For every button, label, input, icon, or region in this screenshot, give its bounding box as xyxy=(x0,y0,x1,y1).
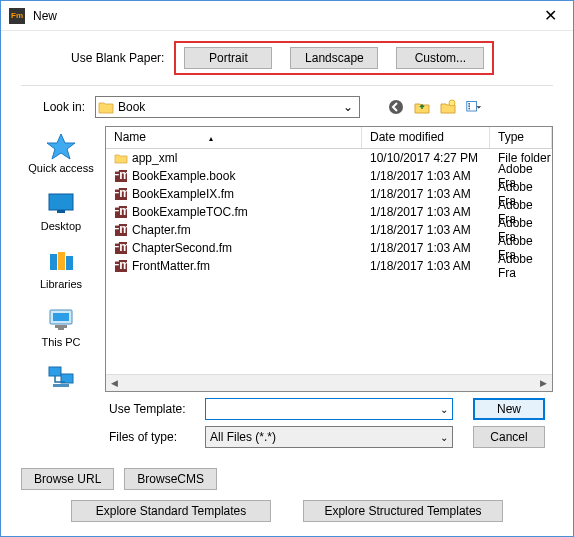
sidebar-item-network[interactable]: Network xyxy=(41,364,81,392)
file-date: 1/18/2017 1:03 AM xyxy=(362,259,490,273)
highlight-box: Portrait Landscape Custom... xyxy=(174,41,494,75)
fm-file-icon: Fm xyxy=(114,241,128,255)
svg-rect-15 xyxy=(49,367,61,376)
svg-rect-14 xyxy=(58,328,64,330)
desktop-icon xyxy=(45,190,77,218)
lookin-value: Book xyxy=(118,100,337,114)
portrait-button[interactable]: Portrait xyxy=(184,47,272,69)
new-folder-icon[interactable] xyxy=(438,97,458,117)
sidebar-item-label: This PC xyxy=(41,336,80,348)
svg-point-1 xyxy=(449,100,455,106)
sidebar-item-this-pc[interactable]: This PC xyxy=(41,306,80,348)
col-name[interactable]: Name ▴ xyxy=(106,127,362,148)
browse-url-button[interactable]: Browse URL xyxy=(21,468,114,490)
explore-standard-button[interactable]: Explore Standard Templates xyxy=(71,500,271,522)
fm-file-icon: Fm xyxy=(114,187,128,201)
file-name: ChapterSecond.fm xyxy=(132,241,232,255)
sidebar-item-label: Desktop xyxy=(41,220,81,232)
col-type[interactable]: Type xyxy=(490,127,552,148)
divider xyxy=(21,85,553,86)
svg-text:Fm: Fm xyxy=(114,187,128,200)
files-of-type-label: Files of type: xyxy=(109,430,199,444)
fm-file-icon: Fm xyxy=(114,205,128,219)
file-name: BookExample.book xyxy=(132,169,235,183)
folder-icon xyxy=(114,151,128,165)
chevron-down-icon: ⌄ xyxy=(436,432,448,443)
file-panel: Name ▴ Date modified Type app_xml10/10/2… xyxy=(105,126,553,392)
new-button[interactable]: New xyxy=(473,398,545,420)
sidebar-item-desktop[interactable]: Desktop xyxy=(41,190,81,232)
horizontal-scrollbar[interactable]: ◀ ▶ xyxy=(106,374,552,391)
files-of-type-value: All Files (*.*) xyxy=(210,430,436,444)
landscape-button[interactable]: Landscape xyxy=(290,47,378,69)
browse-row: Browse URL BrowseCMS xyxy=(1,460,573,494)
svg-rect-12 xyxy=(53,313,69,321)
svg-rect-10 xyxy=(66,256,73,270)
svg-rect-7 xyxy=(57,210,65,213)
svg-rect-2 xyxy=(467,101,477,111)
custom-button[interactable]: Custom... xyxy=(396,47,484,69)
svg-rect-13 xyxy=(55,325,67,328)
blank-paper-label: Use Blank Paper: xyxy=(71,51,164,65)
use-template-combo[interactable]: ⌄ xyxy=(205,398,453,420)
view-menu-icon[interactable] xyxy=(464,97,484,117)
file-date: 1/18/2017 1:03 AM xyxy=(362,223,490,237)
table-row[interactable]: app_xml10/10/2017 4:27 PMFile folder xyxy=(106,149,552,167)
table-row[interactable]: FmBookExample.book1/18/2017 1:03 AMAdobe… xyxy=(106,167,552,185)
table-row[interactable]: FmBookExampleIX.fm1/18/2017 1:03 AMAdobe… xyxy=(106,185,552,203)
sidebar-item-quick-access[interactable]: Quick access xyxy=(28,132,93,174)
scroll-right-icon[interactable]: ▶ xyxy=(535,378,552,388)
scroll-left-icon[interactable]: ◀ xyxy=(106,378,123,388)
sort-up-icon: ▴ xyxy=(209,134,213,143)
file-type: Adobe Fra xyxy=(490,252,552,280)
table-row[interactable]: FmBookExampleTOC.fm1/18/2017 1:03 AMAdob… xyxy=(106,203,552,221)
sidebar-item-label: Libraries xyxy=(40,278,82,290)
fm-file-icon: Fm xyxy=(114,223,128,237)
mid-area: Quick access Desktop Libraries This PC N… xyxy=(1,126,573,392)
cancel-button[interactable]: Cancel xyxy=(473,426,545,448)
close-icon[interactable]: ✕ xyxy=(536,6,565,25)
svg-rect-9 xyxy=(58,252,65,270)
this-pc-icon xyxy=(45,306,77,334)
file-date: 1/18/2017 1:03 AM xyxy=(362,205,490,219)
file-name: FrontMatter.fm xyxy=(132,259,210,273)
app-icon: Fm xyxy=(9,8,25,24)
lookin-combo[interactable]: Book ⌄ xyxy=(95,96,360,118)
lookin-label: Look in: xyxy=(25,100,85,114)
table-row[interactable]: FmChapterSecond.fm1/18/2017 1:03 AMAdobe… xyxy=(106,239,552,257)
table-row[interactable]: FmChapter.fm1/18/2017 1:03 AMAdobe Fra xyxy=(106,221,552,239)
libraries-icon xyxy=(45,248,77,276)
file-name: BookExampleIX.fm xyxy=(132,187,234,201)
sidebar-item-libraries[interactable]: Libraries xyxy=(40,248,82,290)
files-of-type-combo[interactable]: All Files (*.*) ⌄ xyxy=(205,426,453,448)
folder-toolbar xyxy=(386,97,484,117)
use-template-label: Use Template: xyxy=(109,402,199,416)
network-icon xyxy=(45,364,77,392)
blank-paper-row: Use Blank Paper: Portrait Landscape Cust… xyxy=(1,31,573,81)
back-icon[interactable] xyxy=(386,97,406,117)
titlebar: Fm New ✕ xyxy=(1,1,573,31)
file-date: 10/10/2017 4:27 PM xyxy=(362,151,490,165)
lookin-row: Look in: Book ⌄ xyxy=(1,94,573,126)
quick-access-icon xyxy=(45,132,77,160)
window-title: New xyxy=(33,9,57,23)
explore-structured-button[interactable]: Explore Structured Templates xyxy=(303,500,503,522)
col-date[interactable]: Date modified xyxy=(362,127,490,148)
file-date: 1/18/2017 1:03 AM xyxy=(362,241,490,255)
browse-cms-button[interactable]: BrowseCMS xyxy=(124,468,217,490)
file-name: Chapter.fm xyxy=(132,223,191,237)
file-header: Name ▴ Date modified Type xyxy=(106,127,552,149)
file-list[interactable]: app_xml10/10/2017 4:27 PMFile folderFmBo… xyxy=(106,149,552,374)
bottom-fields: Use Template: ⌄ New Files of type: All F… xyxy=(1,392,573,460)
file-date: 1/18/2017 1:03 AM xyxy=(362,169,490,183)
file-name: app_xml xyxy=(132,151,177,165)
svg-text:Fm: Fm xyxy=(114,223,128,236)
table-row[interactable]: FmFrontMatter.fm1/18/2017 1:03 AMAdobe F… xyxy=(106,257,552,275)
svg-rect-17 xyxy=(53,384,69,387)
sidebar-item-label: Quick access xyxy=(28,162,93,174)
places-sidebar: Quick access Desktop Libraries This PC N… xyxy=(17,126,105,392)
file-date: 1/18/2017 1:03 AM xyxy=(362,187,490,201)
svg-rect-3 xyxy=(468,103,470,105)
up-folder-icon[interactable] xyxy=(412,97,432,117)
svg-text:Fm: Fm xyxy=(114,259,128,272)
